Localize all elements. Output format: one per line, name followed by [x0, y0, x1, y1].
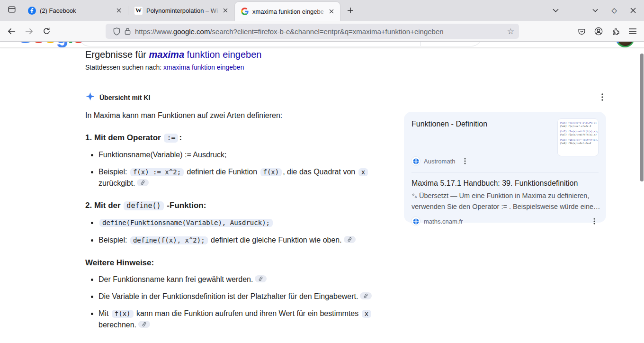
tab-label: xmaxima funktion eingebe: [252, 8, 327, 15]
list-all-tabs-button[interactable]: [548, 3, 563, 18]
lock-icon[interactable]: [125, 27, 131, 35]
globe-favicon: [411, 217, 420, 226]
tracking-shield-icon[interactable]: [113, 27, 120, 36]
window-maximize-button[interactable]: ◇: [606, 2, 622, 18]
ai-sparkle-icon: [86, 92, 95, 103]
url-path: /search?client=firefox-b-e&channel=entpr…: [210, 27, 443, 36]
source-site-name[interactable]: Austromath: [424, 158, 455, 165]
window-minimize-button[interactable]: [587, 2, 603, 18]
ai-section: Weitere Hinweise:Der Funktionsname kann …: [85, 257, 375, 330]
corrected-query-em[interactable]: maxima: [149, 49, 185, 60]
extensions-icon[interactable]: [608, 24, 623, 39]
new-tab-button[interactable]: [343, 3, 358, 18]
tab-close-icon[interactable]: [114, 6, 124, 15]
url-text[interactable]: https://www.google.com/search?client=fir…: [135, 27, 503, 36]
source-title[interactable]: Funktionen - Definition: [411, 120, 549, 128]
ai-overview-label: Übersicht mit KI: [99, 94, 150, 101]
code-chip: f(x): [260, 168, 282, 176]
list-item: Der Funktionsname kann frei gewählt werd…: [98, 274, 375, 285]
window-close-button[interactable]: [625, 2, 641, 18]
source-title[interactable]: Maxima 5.17.1 Handbuch: 39. Funktionsdef…: [411, 179, 599, 188]
sources-card: Funktionen - Definition (%i4) f(x):=x^3-…: [404, 112, 606, 223]
tab-close-icon[interactable]: [221, 6, 230, 15]
code-chip: define(f(x), x^2);: [130, 236, 208, 244]
citation-link-chip[interactable]: [255, 275, 267, 282]
tab-facebook[interactable]: (2) Facebook: [22, 2, 127, 19]
code-chip: f(x) := x^2;: [130, 168, 184, 176]
facebook-icon: [28, 7, 36, 15]
results-prefix: Ergebnisse für: [85, 49, 149, 60]
citation-link-chip[interactable]: [344, 236, 356, 243]
ai-overview-menu-button[interactable]: [598, 92, 607, 102]
source-item-2[interactable]: Maxima 5.17.1 Handbuch: 39. Funktionsdef…: [411, 179, 599, 226]
sources-divider: [411, 172, 599, 172]
ai-sections: 1. Mit dem Operator :=:Funktionsname(Var…: [85, 132, 375, 343]
citation-link-chip[interactable]: [360, 292, 372, 299]
bookmark-star-icon[interactable]: ☆: [507, 27, 514, 36]
url-prefix: https://www.: [135, 27, 173, 36]
translate-icon: A: [411, 192, 418, 202]
ai-section: 2. Mit der define() -Funktion:define(Fun…: [85, 200, 375, 246]
tab-google-search-active[interactable]: xmaxima funktion eingebe: [235, 2, 340, 21]
thumbnail-code-line: (%o7) f1a(x):=diff(f(x),x): [560, 133, 596, 136]
thumbnail-code-line: (%o4) f(x):=x³-x²+2x-3: [560, 125, 596, 128]
globe-favicon: [411, 157, 420, 165]
account-icon[interactable]: [591, 24, 606, 39]
list-item: Funktionsname(Variable) := Ausdruck;: [98, 149, 375, 160]
tab-wikipedia[interactable]: W Polynominterpolation – Wi: [129, 2, 234, 19]
forward-button[interactable]: [21, 24, 36, 39]
google-header-remnant: Google: [0, 42, 644, 48]
list-item: Beispiel: define(f(x), x^2); definiert d…: [98, 235, 375, 246]
page-content: Google Ergebnisse für maxima funktion ei…: [0, 42, 644, 343]
code-chip: x: [358, 168, 368, 176]
section-bullet-list: Funktionsname(Variable) := Ausdruck;Beis…: [85, 149, 375, 189]
reload-button[interactable]: [39, 24, 54, 39]
code-chip: :=: [164, 134, 178, 143]
instead-link[interactable]: xmaxima funktion eingeben: [163, 63, 244, 71]
wikipedia-icon: W: [134, 7, 143, 15]
list-item: define(Funktionsname(Variable), Ausdruck…: [98, 217, 375, 228]
source-snippet: AÜbersetzt — Um eine Funktion in Maxima …: [411, 191, 601, 212]
ai-section: 1. Mit dem Operator :=:Funktionsname(Var…: [85, 132, 375, 189]
source-menu-button[interactable]: [590, 217, 599, 226]
account-avatar[interactable]: [616, 42, 635, 47]
section-bullet-list: Der Funktionsname kann frei gewählt werd…: [85, 274, 375, 330]
results-for-line: Ergebnisse für maxima funktion eingeben: [85, 49, 261, 60]
source-menu-button[interactable]: [461, 157, 469, 165]
thumbnail-code-line: (%o8) f1b(x):=3x²-2x+2: [560, 142, 596, 145]
citation-link-chip[interactable]: [137, 179, 149, 186]
menu-hamburger-icon[interactable]: [625, 24, 640, 39]
url-bar[interactable]: https://www.google.com/search?client=fir…: [106, 24, 519, 39]
results-header: Ergebnisse für maxima funktion eingeben …: [85, 49, 261, 71]
ai-overview-body: In Maxima kann man Funktionen auf zwei A…: [85, 110, 375, 343]
svg-text:A: A: [415, 195, 417, 199]
page-scrollbar-thumb[interactable]: [640, 54, 644, 181]
section-heading: 2. Mit der define() -Funktion:: [85, 200, 375, 211]
tab-close-icon[interactable]: [327, 7, 336, 16]
tab-separator: [128, 6, 128, 15]
back-button[interactable]: [4, 24, 19, 39]
ai-overview-header: Übersicht mit KI: [86, 92, 150, 103]
source-item-1[interactable]: Funktionen - Definition (%i4) f(x):=x^3-…: [411, 120, 599, 165]
thumbnail-code-line: (%i8) f1b(x):=''(diff(f(x),x)): [560, 138, 596, 142]
avatar-image: [617, 42, 633, 46]
code-chip: define(): [124, 201, 163, 210]
snippet-text: Übersetzt — Um eine Funktion in Maxima z…: [411, 192, 600, 210]
instead-label: Stattdessen suchen nach:: [85, 63, 163, 71]
section-heading: 1. Mit dem Operator :=:: [85, 132, 375, 144]
source-site-row: Austromath: [411, 157, 469, 165]
pocket-icon[interactable]: [574, 24, 589, 39]
source-thumbnail: (%i4) f(x):=x^3-x^2+2*x-3;(%o4) f(x):=x³…: [557, 118, 599, 156]
corrected-query-rest[interactable]: funktion eingeben: [184, 49, 261, 60]
search-box-divider: [420, 42, 421, 46]
firefox-view-button[interactable]: [5, 3, 19, 18]
search-box-bottom-edge[interactable]: [79, 42, 482, 46]
url-domain: google.com: [173, 27, 210, 36]
code-chip: x: [362, 310, 371, 318]
search-instead-line: Stattdessen suchen nach: xmaxima funktio…: [85, 63, 261, 71]
list-item: Beispiel: f(x) := x^2; definiert die Fun…: [98, 166, 375, 189]
source-site-name[interactable]: maths.cnam.fr: [424, 218, 463, 225]
ai-intro: In Maxima kann man Funktionen auf zwei A…: [85, 110, 375, 121]
citation-link-chip[interactable]: [138, 321, 150, 328]
source-site-row: maths.cnam.fr: [411, 217, 599, 226]
